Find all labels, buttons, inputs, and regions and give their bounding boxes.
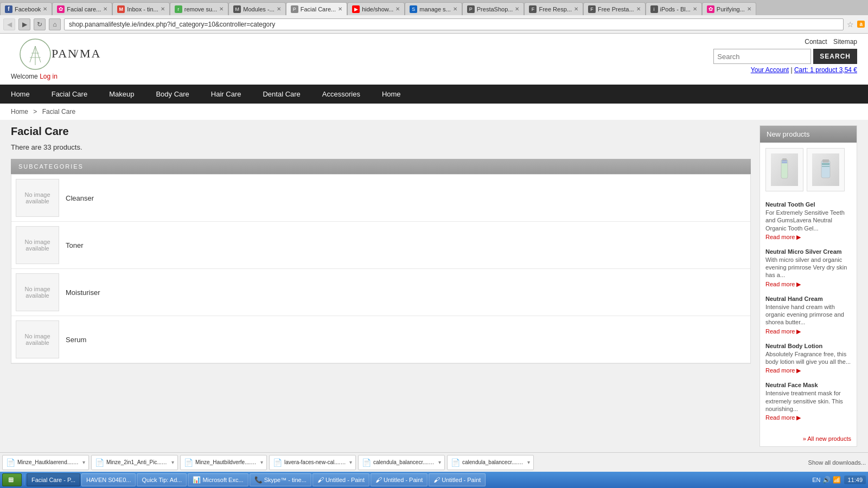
- product-title-2[interactable]: Neutral Micro Silver Cream: [765, 248, 851, 255]
- home-button[interactable]: ⌂: [49, 18, 61, 30]
- forward-button[interactable]: ▶: [18, 18, 30, 30]
- start-button[interactable]: ⊞: [2, 473, 22, 486]
- nav-makeup[interactable]: Makeup: [98, 85, 145, 104]
- tab-facialcare-active[interactable]: P Facial Care... ✕: [286, 2, 347, 15]
- tab-label: Inbox - tin...: [127, 6, 158, 12]
- back-button[interactable]: ◀: [3, 18, 15, 30]
- product-thumb-2[interactable]: [807, 148, 845, 191]
- nav-hair-care[interactable]: Hair Care: [200, 85, 252, 104]
- tab-label: Facial care...: [67, 6, 101, 12]
- pdf-icon-6: 📄: [451, 458, 460, 467]
- tab-ipods[interactable]: i iPods - Bl... ✕: [646, 2, 702, 15]
- nav-facial-care[interactable]: Facial Care: [41, 85, 98, 104]
- system-clock[interactable]: 11:49: [844, 476, 866, 484]
- volume-icon[interactable]: 🔊: [822, 476, 831, 484]
- tab-freeresp[interactable]: F Free Resp... ✕: [524, 2, 583, 15]
- pdf-icon-5: 📄: [362, 458, 371, 467]
- tab-close[interactable]: ✕: [636, 6, 641, 12]
- breadcrumb: Home > Facial Care: [0, 104, 868, 120]
- download-item-2[interactable]: 📄 Minze_2in1_Anti_Pic....jpg ▾: [91, 455, 178, 470]
- download-close-5[interactable]: ▾: [438, 459, 441, 465]
- read-more-2[interactable]: Read more: [765, 281, 795, 287]
- tab-close[interactable]: ✕: [747, 6, 751, 12]
- taskbar-item-paint2[interactable]: 🖌 Untitled - Paint: [371, 473, 427, 486]
- product-title-4[interactable]: Neutral Body Lotion: [765, 343, 851, 349]
- read-more-3[interactable]: Read more: [765, 328, 795, 335]
- nav-accessories[interactable]: Accessories: [311, 85, 371, 104]
- search-input[interactable]: [713, 49, 811, 64]
- download-item-6[interactable]: 📄 calendula_balancecr....jpg ▾: [447, 455, 534, 470]
- download-item-3[interactable]: 📄 Minze_Hautbildverfe....jpg ▾: [180, 455, 267, 470]
- tab-close[interactable]: ✕: [161, 6, 165, 12]
- login-link[interactable]: Log in: [40, 73, 58, 80]
- url-bar[interactable]: shop.panamalifestyle.ie/index.php?id_cat…: [64, 18, 844, 30]
- download-close-1[interactable]: ▾: [82, 459, 85, 465]
- favicon-freeresp: F: [529, 5, 537, 13]
- product-title-5[interactable]: Neutral Face Mask: [765, 382, 851, 388]
- cart-link[interactable]: Cart: 1 product 3,54 €: [794, 66, 857, 74]
- your-account-link[interactable]: Your Account: [751, 66, 789, 74]
- product-title-1[interactable]: Neutral Tooth Gel: [765, 201, 851, 208]
- nav-dental-care[interactable]: Dental Care: [252, 85, 311, 104]
- tab-modules[interactable]: M Modules -... ✕: [228, 2, 285, 15]
- taskbar-item-haven[interactable]: HAVEN S04E0...: [81, 473, 136, 486]
- download-close-6[interactable]: ▾: [527, 459, 530, 465]
- taskbar-paint3-label: Untitled - Paint: [442, 477, 481, 483]
- tab-manage[interactable]: S manage s... ✕: [405, 2, 462, 15]
- tab-close[interactable]: ✕: [453, 6, 457, 12]
- product-title-3[interactable]: Neutral Hand Cream: [765, 296, 851, 302]
- taskbar-item-quicktip[interactable]: Quick Tip: Ad...: [137, 473, 187, 486]
- tab-close[interactable]: ✕: [219, 6, 224, 12]
- tab-close[interactable]: ✕: [43, 6, 47, 12]
- read-more-5[interactable]: Read more: [765, 414, 795, 421]
- contact-link[interactable]: Contact: [805, 38, 827, 46]
- taskbar-item-facialcare[interactable]: Facial Care - P...: [27, 473, 80, 486]
- amazon-icon[interactable]: a: [857, 21, 865, 28]
- search-button[interactable]: SEARCH: [813, 49, 857, 64]
- tab-facebook[interactable]: f Facebook ✕: [0, 2, 52, 15]
- tab-close[interactable]: ✕: [574, 6, 578, 12]
- download-item-4[interactable]: 📄 lavera-faces-new-cal....jpg ▾: [269, 455, 356, 470]
- tab-close[interactable]: ✕: [103, 6, 107, 12]
- tab-close[interactable]: ✕: [693, 6, 697, 12]
- category-item-cleanser[interactable]: No imageavailable Cleanser: [11, 175, 750, 222]
- download-item-5[interactable]: 📄 calendula_balancecr....jpg ▾: [358, 455, 445, 470]
- tab-close[interactable]: ✕: [277, 6, 281, 12]
- nav-home[interactable]: Home: [0, 85, 41, 104]
- taskbar-item-paint3[interactable]: 🖌 Untitled - Paint: [429, 473, 486, 486]
- tab-facial[interactable]: ✿ Facial care... ✕: [52, 2, 112, 15]
- product-thumb-1[interactable]: [765, 148, 803, 191]
- paint-icon-2: 🖌: [375, 476, 382, 484]
- tab-presta1[interactable]: P PrestaShop... ✕: [462, 2, 525, 15]
- taskbar-item-paint1[interactable]: 🖌 Untitled - Paint: [312, 473, 369, 486]
- breadcrumb-home[interactable]: Home: [11, 108, 28, 115]
- network-icon[interactable]: 📶: [833, 476, 841, 484]
- all-new-products-link[interactable]: » All new products: [803, 435, 851, 442]
- tab-hide[interactable]: ▶ hide/show... ✕: [347, 2, 405, 15]
- tab-close[interactable]: ✕: [395, 6, 400, 12]
- category-item-moisturiser[interactable]: No imageavailable Moisturiser: [11, 269, 750, 316]
- read-more-1[interactable]: Read more: [765, 234, 795, 240]
- tab-close[interactable]: ✕: [338, 6, 342, 12]
- tab-inbox[interactable]: M Inbox - tin... ✕: [112, 2, 169, 15]
- tab-close[interactable]: ✕: [515, 6, 519, 12]
- nav-body-care[interactable]: Body Care: [145, 85, 200, 104]
- category-item-serum[interactable]: No imageavailable Serum: [11, 316, 750, 363]
- nav-home-2[interactable]: Home: [371, 85, 412, 104]
- tab-freepresta[interactable]: F Free Presta... ✕: [583, 2, 646, 15]
- taskbar-item-skype[interactable]: 📞 Skype™ - tine...: [250, 473, 311, 486]
- tab-remove[interactable]: r remove su... ✕: [170, 2, 229, 15]
- tab-purifying[interactable]: ✿ Purifying... ✕: [702, 2, 756, 15]
- read-more-4[interactable]: Read more: [765, 367, 795, 374]
- download-item-1[interactable]: 📄 Minze_Hautklaerend....jpg ▾: [2, 455, 89, 470]
- download-close-2[interactable]: ▾: [171, 459, 174, 465]
- download-close-4[interactable]: ▾: [349, 459, 352, 465]
- show-all-downloads[interactable]: Show all downloads...: [808, 459, 866, 466]
- taskbar-item-excel[interactable]: 📊 Microsoft Exc...: [188, 473, 248, 486]
- site-logo[interactable]: PAN MA /: [11, 38, 108, 70]
- sitemap-link[interactable]: Sitemap: [833, 38, 857, 46]
- reload-button[interactable]: ↻: [34, 18, 46, 30]
- category-item-toner[interactable]: No imageavailable Toner: [11, 222, 750, 269]
- download-close-3[interactable]: ▾: [260, 459, 263, 465]
- bookmark-star-icon[interactable]: ☆: [847, 20, 854, 29]
